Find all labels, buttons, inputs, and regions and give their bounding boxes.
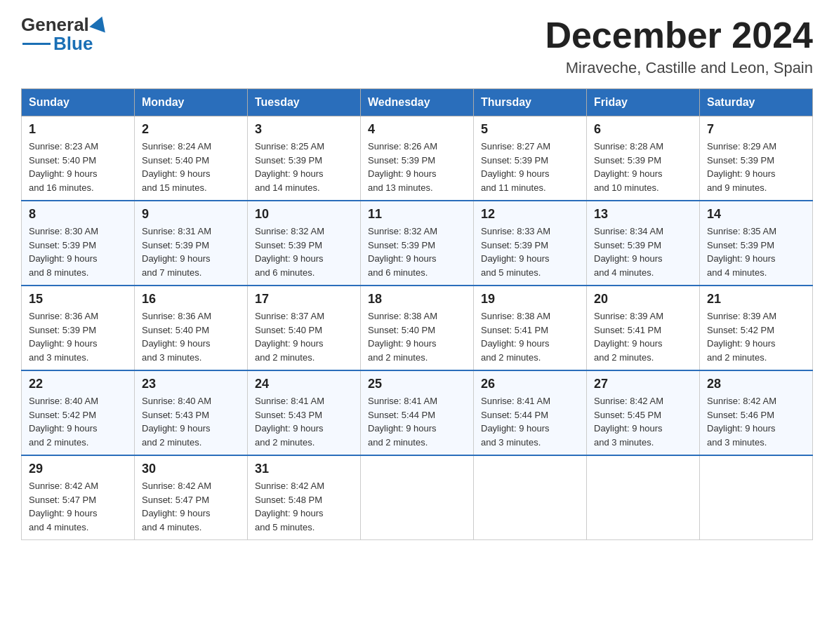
logo: General Blue (21, 14, 108, 55)
calendar-cell: 15Sunrise: 8:36 AMSunset: 5:39 PMDayligh… (22, 286, 135, 370)
day-number: 8 (29, 207, 127, 222)
calendar-cell: 2Sunrise: 8:24 AMSunset: 5:40 PMDaylight… (135, 116, 248, 201)
day-number: 14 (707, 207, 805, 222)
calendar-cell: 17Sunrise: 8:37 AMSunset: 5:40 PMDayligh… (248, 286, 361, 370)
day-info: Sunrise: 8:26 AMSunset: 5:39 PMDaylight:… (368, 140, 466, 194)
calendar-cell: 7Sunrise: 8:29 AMSunset: 5:39 PMDaylight… (700, 116, 813, 201)
calendar-cell: 19Sunrise: 8:38 AMSunset: 5:41 PMDayligh… (474, 286, 587, 370)
day-info: Sunrise: 8:33 AMSunset: 5:39 PMDaylight:… (481, 224, 579, 279)
calendar-cell: 27Sunrise: 8:42 AMSunset: 5:45 PMDayligh… (587, 370, 700, 455)
day-number: 9 (142, 207, 240, 222)
weekday-header-saturday: Saturday (700, 89, 813, 116)
day-info: Sunrise: 8:41 AMSunset: 5:44 PMDaylight:… (368, 394, 466, 449)
day-number: 3 (255, 122, 353, 137)
calendar-cell: 28Sunrise: 8:42 AMSunset: 5:46 PMDayligh… (700, 370, 813, 455)
calendar-cell: 20Sunrise: 8:39 AMSunset: 5:41 PMDayligh… (587, 286, 700, 370)
day-info: Sunrise: 8:38 AMSunset: 5:41 PMDaylight:… (481, 309, 579, 364)
day-number: 31 (255, 462, 353, 476)
title-area: December 2024 Miraveche, Castille and Le… (545, 14, 813, 77)
day-info: Sunrise: 8:30 AMSunset: 5:39 PMDaylight:… (29, 224, 127, 279)
day-number: 1 (29, 122, 127, 137)
day-number: 15 (29, 292, 127, 307)
day-number: 7 (707, 122, 805, 137)
calendar-cell: 6Sunrise: 8:28 AMSunset: 5:39 PMDaylight… (587, 116, 700, 201)
day-info: Sunrise: 8:35 AMSunset: 5:39 PMDaylight:… (707, 224, 805, 279)
calendar-cell: 22Sunrise: 8:40 AMSunset: 5:42 PMDayligh… (22, 370, 135, 455)
day-number: 22 (29, 377, 127, 391)
calendar-cell: 21Sunrise: 8:39 AMSunset: 5:42 PMDayligh… (700, 286, 813, 370)
day-info: Sunrise: 8:42 AMSunset: 5:48 PMDaylight:… (255, 479, 353, 534)
day-number: 20 (594, 292, 692, 307)
day-number: 19 (481, 292, 579, 307)
day-info: Sunrise: 8:34 AMSunset: 5:39 PMDaylight:… (594, 224, 692, 279)
calendar-cell: 14Sunrise: 8:35 AMSunset: 5:39 PMDayligh… (700, 201, 813, 286)
day-info: Sunrise: 8:24 AMSunset: 5:40 PMDaylight:… (142, 140, 240, 194)
day-info: Sunrise: 8:39 AMSunset: 5:41 PMDaylight:… (594, 309, 692, 364)
day-info: Sunrise: 8:40 AMSunset: 5:43 PMDaylight:… (142, 394, 240, 449)
calendar-cell: 10Sunrise: 8:32 AMSunset: 5:39 PMDayligh… (248, 201, 361, 286)
calendar-cell: 12Sunrise: 8:33 AMSunset: 5:39 PMDayligh… (474, 201, 587, 286)
day-info: Sunrise: 8:31 AMSunset: 5:39 PMDaylight:… (142, 224, 240, 279)
calendar-cell (587, 455, 700, 540)
day-info: Sunrise: 8:28 AMSunset: 5:39 PMDaylight:… (594, 140, 692, 194)
day-info: Sunrise: 8:27 AMSunset: 5:39 PMDaylight:… (481, 140, 579, 194)
calendar-week-row: 8Sunrise: 8:30 AMSunset: 5:39 PMDaylight… (22, 201, 813, 286)
day-info: Sunrise: 8:42 AMSunset: 5:47 PMDaylight:… (142, 479, 240, 534)
logo-triangle-icon (89, 13, 110, 32)
day-number: 12 (481, 207, 579, 222)
day-number: 6 (594, 122, 692, 137)
calendar-cell: 4Sunrise: 8:26 AMSunset: 5:39 PMDaylight… (361, 116, 474, 201)
calendar-week-row: 15Sunrise: 8:36 AMSunset: 5:39 PMDayligh… (22, 286, 813, 370)
day-number: 17 (255, 292, 353, 307)
calendar-cell: 24Sunrise: 8:41 AMSunset: 5:43 PMDayligh… (248, 370, 361, 455)
day-info: Sunrise: 8:42 AMSunset: 5:46 PMDaylight:… (707, 394, 805, 449)
weekday-header-row: SundayMondayTuesdayWednesdayThursdayFrid… (22, 89, 813, 116)
day-number: 18 (368, 292, 466, 307)
day-number: 29 (29, 462, 127, 476)
calendar-week-row: 29Sunrise: 8:42 AMSunset: 5:47 PMDayligh… (22, 455, 813, 540)
weekday-header-sunday: Sunday (22, 89, 135, 116)
day-info: Sunrise: 8:32 AMSunset: 5:39 PMDaylight:… (255, 224, 353, 279)
day-number: 13 (594, 207, 692, 222)
calendar-cell: 9Sunrise: 8:31 AMSunset: 5:39 PMDaylight… (135, 201, 248, 286)
calendar-cell: 23Sunrise: 8:40 AMSunset: 5:43 PMDayligh… (135, 370, 248, 455)
day-info: Sunrise: 8:42 AMSunset: 5:47 PMDaylight:… (29, 479, 127, 534)
day-info: Sunrise: 8:40 AMSunset: 5:42 PMDaylight:… (29, 394, 127, 449)
calendar-cell: 31Sunrise: 8:42 AMSunset: 5:48 PMDayligh… (248, 455, 361, 540)
day-info: Sunrise: 8:23 AMSunset: 5:40 PMDaylight:… (29, 140, 127, 194)
logo-blue-text: Blue (53, 33, 93, 55)
day-number: 11 (368, 207, 466, 222)
day-number: 28 (707, 377, 805, 391)
day-number: 4 (368, 122, 466, 137)
month-title: December 2024 (545, 14, 813, 56)
calendar-week-row: 22Sunrise: 8:40 AMSunset: 5:42 PMDayligh… (22, 370, 813, 455)
day-number: 2 (142, 122, 240, 137)
calendar-cell: 26Sunrise: 8:41 AMSunset: 5:44 PMDayligh… (474, 370, 587, 455)
calendar-cell: 8Sunrise: 8:30 AMSunset: 5:39 PMDaylight… (22, 201, 135, 286)
calendar-cell: 13Sunrise: 8:34 AMSunset: 5:39 PMDayligh… (587, 201, 700, 286)
calendar-cell: 30Sunrise: 8:42 AMSunset: 5:47 PMDayligh… (135, 455, 248, 540)
day-number: 24 (255, 377, 353, 391)
weekday-header-friday: Friday (587, 89, 700, 116)
day-info: Sunrise: 8:41 AMSunset: 5:44 PMDaylight:… (481, 394, 579, 449)
day-info: Sunrise: 8:37 AMSunset: 5:40 PMDaylight:… (255, 309, 353, 364)
calendar-cell: 25Sunrise: 8:41 AMSunset: 5:44 PMDayligh… (361, 370, 474, 455)
calendar-cell: 11Sunrise: 8:32 AMSunset: 5:39 PMDayligh… (361, 201, 474, 286)
day-info: Sunrise: 8:41 AMSunset: 5:43 PMDaylight:… (255, 394, 353, 449)
day-number: 21 (707, 292, 805, 307)
calendar-cell: 16Sunrise: 8:36 AMSunset: 5:40 PMDayligh… (135, 286, 248, 370)
calendar-cell: 5Sunrise: 8:27 AMSunset: 5:39 PMDaylight… (474, 116, 587, 201)
calendar-cell: 1Sunrise: 8:23 AMSunset: 5:40 PMDaylight… (22, 116, 135, 201)
day-info: Sunrise: 8:32 AMSunset: 5:39 PMDaylight:… (368, 224, 466, 279)
day-number: 23 (142, 377, 240, 391)
calendar-cell (361, 455, 474, 540)
day-number: 5 (481, 122, 579, 137)
calendar-cell: 3Sunrise: 8:25 AMSunset: 5:39 PMDaylight… (248, 116, 361, 201)
day-number: 25 (368, 377, 466, 391)
day-info: Sunrise: 8:29 AMSunset: 5:39 PMDaylight:… (707, 140, 805, 194)
day-number: 30 (142, 462, 240, 476)
location-title: Miraveche, Castille and Leon, Spain (545, 59, 813, 77)
day-info: Sunrise: 8:42 AMSunset: 5:45 PMDaylight:… (594, 394, 692, 449)
weekday-header-thursday: Thursday (474, 89, 587, 116)
day-number: 26 (481, 377, 579, 391)
